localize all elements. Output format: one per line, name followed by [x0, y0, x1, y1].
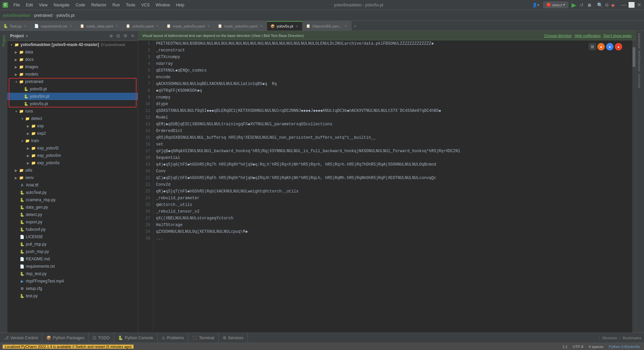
- tree-item-exp-yolov5l[interactable]: ▶ 📁 exp_yolov5l: [7, 144, 138, 152]
- menu-tools[interactable]: Tools: [123, 2, 138, 8]
- bottom-tab-python-console[interactable]: 🐍 Python Console: [114, 333, 158, 343]
- tab-mask-yolov5m[interactable]: 📋 mask_yolov5m.yaml ✕: [214, 21, 267, 31]
- panel-dropdown-icon[interactable]: ▾: [26, 34, 28, 38]
- menu-bar[interactable]: File Edit View Navigate Code Refactor Ru…: [11, 2, 187, 8]
- close-button[interactable]: ✕: [637, 2, 641, 8]
- run-button[interactable]: ▶: [572, 1, 576, 9]
- browser-btn-2[interactable]: ●: [597, 43, 605, 50]
- bottom-tab-problems[interactable]: ⚠ Problems: [158, 333, 189, 343]
- panel-settings-icon[interactable]: ⚙: [123, 33, 128, 39]
- breadcrumb-project[interactable]: yolov5masktwo: [3, 13, 30, 18]
- tree-item-readme[interactable]: 📄 README.md: [7, 255, 138, 263]
- maximize-button[interactable]: ⬜: [628, 2, 635, 8]
- menu-vcs[interactable]: VCS: [139, 2, 152, 8]
- hide-notification-link[interactable]: Hide notification: [575, 34, 601, 38]
- svnview-panel-button[interactable]: SvnView: [636, 71, 643, 91]
- minimize-button[interactable]: —: [621, 2, 626, 8]
- status-line-col[interactable]: 1:1: [561, 345, 569, 349]
- tree-item-yolov5m[interactable]: 🐍 yolov5m.pt: [7, 93, 138, 100]
- bottom-tab-todo[interactable]: ☑ TODO: [89, 333, 114, 343]
- bottom-tab-services[interactable]: ⚙ Services: [219, 333, 248, 343]
- tab-close-yolov5spt[interactable]: ✕: [295, 24, 299, 28]
- tab-teat-py[interactable]: 🐍 Teat.py ✕: [0, 21, 31, 31]
- tree-item-docs[interactable]: ▶ 📁 docs: [7, 56, 138, 63]
- bottom-tab-terminal[interactable]: ⬛ Terminal: [188, 333, 218, 343]
- tree-item-exp[interactable]: ▶ 📁 exp: [7, 122, 138, 130]
- tree-item-hubconf[interactable]: 🐍 hubconf.py: [7, 226, 138, 233]
- rerun-button[interactable]: ↺: [580, 2, 584, 8]
- notifications-panel-button[interactable]: Notifications: [636, 51, 643, 71]
- tree-item-datagen[interactable]: 🐍 data_gen.py: [7, 204, 138, 211]
- tab-requirements[interactable]: 📄 requirements.txt ✕: [31, 21, 76, 31]
- tab-close-yolov5syaml[interactable]: ✕: [155, 24, 159, 28]
- search-everywhere-icon[interactable]: 🔍: [597, 2, 603, 8]
- menu-navigate[interactable]: Navigate: [51, 2, 72, 8]
- status-indent[interactable]: 4 spaces: [587, 345, 605, 349]
- tab-close-maskyolov5m[interactable]: ✕: [259, 24, 263, 28]
- tree-item-models[interactable]: ▶ 📁 models: [7, 71, 138, 78]
- menu-run[interactable]: Run: [110, 2, 122, 8]
- tree-item-venv[interactable]: ▶ 📁 venv: [7, 174, 138, 181]
- tree-item-ccamera[interactable]: 🐍 ccamera_rtsp.py: [7, 196, 138, 204]
- panel-scope-icon[interactable]: ⊕: [109, 33, 114, 39]
- detect-button[interactable]: 🔴detect▾: [543, 2, 568, 8]
- tree-item-runs[interactable]: ▾ 📁 runs: [7, 107, 138, 115]
- tree-item-detect[interactable]: ▾ 📁 detect: [7, 115, 138, 122]
- tree-item-rtsptest[interactable]: 🐍 rtsp_test.py: [7, 270, 138, 277]
- tree-item-requirements[interactable]: 📄 requirements.txt: [7, 263, 138, 270]
- tree-item-detectpy[interactable]: 🐍 detect.py: [7, 211, 138, 218]
- tree-item-autoteat[interactable]: 🐍 autoTeat.py: [7, 189, 138, 196]
- bookmarks-tab[interactable]: Bookmarks: [620, 336, 644, 340]
- tree-item-utils[interactable]: ▶ 📁 utils: [7, 167, 138, 174]
- settings-icon[interactable]: ⚙: [605, 2, 609, 8]
- tree-item-arial[interactable]: A Arial.ttf: [7, 181, 138, 189]
- status-encoding[interactable]: UTF-8: [572, 345, 585, 349]
- tree-item-exp2[interactable]: ▶ 📁 exp2: [7, 130, 138, 137]
- tree-item-images[interactable]: ▶ 📁 images: [7, 63, 138, 71]
- panel-hide-icon[interactable]: ✕: [130, 33, 135, 39]
- tree-item-exp-yolov5s[interactable]: ▶ 📁 exp_yolov5s: [7, 159, 138, 167]
- editor-scrollbar[interactable]: [632, 40, 636, 333]
- database-panel-button[interactable]: Database: [636, 31, 643, 51]
- breadcrumb-folder[interactable]: pretrained: [34, 13, 52, 18]
- tab-yolov5s-yaml[interactable]: 📋 yolov5s.yaml ✕: [122, 21, 163, 31]
- menu-window[interactable]: Window: [153, 2, 173, 8]
- tree-item-yolov5l[interactable]: 🐍 yolov5l.pt: [7, 85, 138, 93]
- tab-close-objects365[interactable]: ✕: [344, 24, 348, 28]
- browser-btn-1[interactable]: ⊞: [589, 43, 596, 50]
- tab-close-teat[interactable]: ✕: [23, 24, 27, 28]
- bottom-tab-python-packages[interactable]: 📦 Python Packages: [42, 333, 89, 343]
- menu-view[interactable]: View: [36, 2, 50, 8]
- tree-item-exp-yolov5m[interactable]: ▶ 📁 exp_yolov5m: [7, 152, 138, 159]
- tree-root[interactable]: ▾ 📁 yolov5masktwo [yolov5-mask-42-master…: [7, 41, 138, 48]
- tree-item-rtspff[interactable]: ▶ rtspFFmpegTest.mp4: [7, 277, 138, 285]
- status-python[interactable]: Python 3.8/yolov5s: [607, 345, 641, 349]
- stop-button[interactable]: ⏹: [587, 2, 592, 8]
- tab-close-maskdata[interactable]: ✕: [115, 24, 119, 28]
- menu-file[interactable]: File: [11, 2, 22, 8]
- menu-code[interactable]: Code: [73, 2, 88, 8]
- structure-tab[interactable]: Structure: [599, 336, 620, 340]
- browser-btn-4[interactable]: ●: [615, 43, 622, 50]
- tab-close-req[interactable]: ✕: [69, 24, 73, 28]
- profile-icon[interactable]: 👤▾: [530, 3, 541, 7]
- tree-item-pretrained[interactable]: ▾ 📁 pretrained: [7, 78, 138, 85]
- tree-item-pushrtsp[interactable]: 🐍 push_rtsp.py: [7, 248, 138, 255]
- choose-direction-link[interactable]: Choose direction: [544, 34, 572, 38]
- tree-item-data[interactable]: ▶ 📁 data: [7, 48, 138, 56]
- breadcrumb-file[interactable]: yolov5s.pt: [56, 13, 74, 18]
- tab-objects365[interactable]: 📋 Objects365.yam... ✕: [303, 21, 352, 31]
- scrollbar-thumb[interactable]: [633, 47, 635, 67]
- tree-item-testpy[interactable]: 🐍 test.py: [7, 292, 138, 300]
- menu-edit[interactable]: Edit: [23, 2, 36, 8]
- more-tabs-button[interactable]: ›: [352, 23, 359, 29]
- tab-yolov5s-pt[interactable]: 📦 yolov5s.pt ✕: [267, 21, 303, 31]
- dont-show-link[interactable]: Don't show again: [603, 34, 632, 38]
- code-editor[interactable]: PKETXEOTNULNULBSBSNULNULNULNULNULNULNULN…: [153, 40, 632, 333]
- browser-btn-3[interactable]: ●: [606, 43, 613, 50]
- menu-help[interactable]: Help: [173, 2, 187, 8]
- project-tab-vertical[interactable]: Project: [0, 31, 7, 50]
- tab-mask-yolov5s[interactable]: 📋 mask_yolov5s.yaml ✕: [163, 21, 214, 31]
- tree-item-pullrtsp[interactable]: 🐍 pull_rtsp.py: [7, 240, 138, 248]
- tree-item-export[interactable]: 🐍 export.py: [7, 218, 138, 226]
